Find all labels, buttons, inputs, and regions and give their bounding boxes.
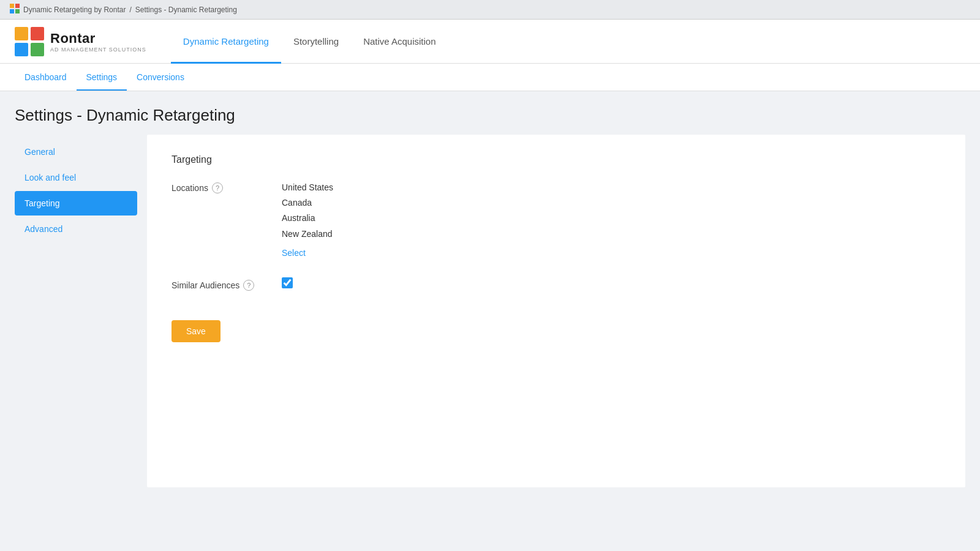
similar-audiences-value xyxy=(282,277,941,290)
logo-text: Rontar AD MANAGEMENT SOLUTIONS xyxy=(50,31,146,53)
browser-page-name: Settings - Dynamic Retargeting xyxy=(135,6,237,14)
similar-audiences-checkbox[interactable] xyxy=(282,277,293,288)
app-header: Rontar AD MANAGEMENT SOLUTIONS Dynamic R… xyxy=(0,20,980,64)
similar-audiences-label: Similar Audiences ? xyxy=(172,277,282,291)
sidebar-item-targeting[interactable]: Targeting xyxy=(15,191,137,216)
select-locations-link[interactable]: Select xyxy=(282,248,306,258)
sub-nav-settings[interactable]: Settings xyxy=(77,64,127,91)
brand-sub: AD MANAGEMENT SOLUTIONS xyxy=(50,47,146,53)
main-nav: Dynamic Retargeting Storytelling Native … xyxy=(171,20,448,63)
content-layout: General Look and feel Targeting Advanced… xyxy=(0,135,980,502)
save-button[interactable]: Save xyxy=(172,320,221,342)
main-panel: Targeting Locations ? United States Cana… xyxy=(147,135,965,487)
list-item: Canada xyxy=(282,195,941,211)
nav-item-storytelling[interactable]: Storytelling xyxy=(281,20,351,64)
nav-item-dynamic-retargeting[interactable]: Dynamic Retargeting xyxy=(171,20,281,64)
locations-help-icon: ? xyxy=(212,182,223,193)
page-title-area: Settings - Dynamic Retargeting xyxy=(0,91,980,135)
browser-app-name: Dynamic Retargeting by Rontar xyxy=(23,6,126,14)
svg-rect-5 xyxy=(31,27,44,40)
svg-rect-4 xyxy=(15,27,28,40)
sub-nav-conversions[interactable]: Conversions xyxy=(127,64,194,91)
nav-item-native-acquisition[interactable]: Native Acquisition xyxy=(351,20,448,64)
location-list: United States Canada Australia New Zeala… xyxy=(282,180,941,242)
svg-rect-1 xyxy=(15,4,20,8)
sidebar: General Look and feel Targeting Advanced xyxy=(15,135,137,487)
svg-rect-3 xyxy=(15,9,20,13)
sidebar-item-advanced[interactable]: Advanced xyxy=(15,217,137,241)
logo-area: Rontar AD MANAGEMENT SOLUTIONS xyxy=(15,27,146,56)
browser-app-icon xyxy=(10,4,20,15)
sidebar-item-general[interactable]: General xyxy=(15,140,137,164)
sidebar-item-look-and-feel[interactable]: Look and feel xyxy=(15,165,137,190)
svg-rect-6 xyxy=(15,43,28,56)
svg-rect-0 xyxy=(10,4,14,8)
sub-nav-dashboard[interactable]: Dashboard xyxy=(15,64,77,91)
locations-label: Locations ? xyxy=(172,180,282,193)
svg-rect-7 xyxy=(31,43,44,56)
locations-value: United States Canada Australia New Zeala… xyxy=(282,180,941,258)
list-item: New Zealand xyxy=(282,227,941,242)
list-item: Australia xyxy=(282,211,941,226)
page-title: Settings - Dynamic Retargeting xyxy=(15,106,965,125)
browser-separator: / xyxy=(129,6,131,14)
browser-bar: Dynamic Retargeting by Rontar / Settings… xyxy=(0,0,980,20)
svg-rect-2 xyxy=(10,9,14,13)
brand-name: Rontar xyxy=(50,31,146,47)
similar-audiences-row: Similar Audiences ? xyxy=(172,277,941,291)
section-title: Targeting xyxy=(172,154,941,165)
locations-row: Locations ? United States Canada Austral… xyxy=(172,180,941,258)
list-item: United States xyxy=(282,180,941,195)
logo-icon xyxy=(15,27,44,56)
sub-nav: Dashboard Settings Conversions xyxy=(0,64,980,91)
similar-audiences-help-icon: ? xyxy=(243,280,254,291)
